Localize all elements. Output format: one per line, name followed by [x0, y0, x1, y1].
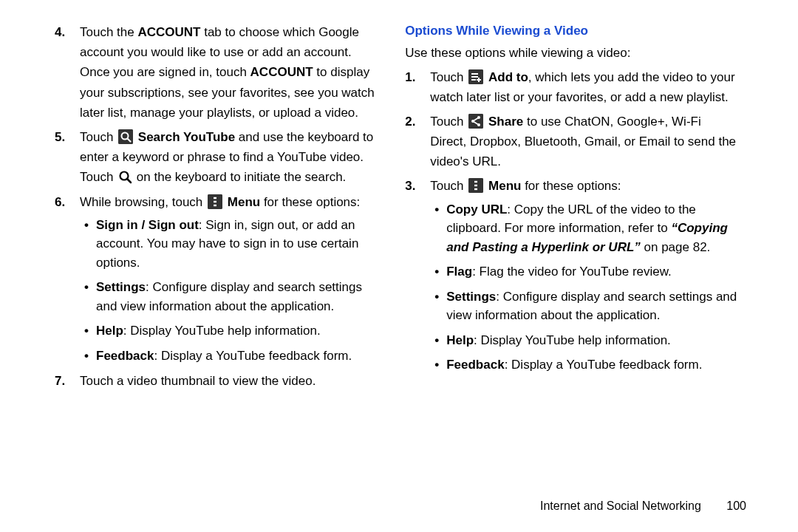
list-body: Touch Search YouTube and use the keyboar… — [80, 130, 373, 184]
bullet-item: Feedback: Display a YouTube feedback for… — [84, 347, 384, 366]
svg-rect-8 — [214, 204, 216, 205]
svg-rect-12 — [471, 79, 476, 81]
svg-rect-14 — [477, 79, 481, 81]
add-to-icon — [468, 69, 483, 84]
list-body: Touch Share to use ChatON, Google+, Wi-F… — [430, 115, 736, 168]
svg-rect-23 — [474, 185, 477, 186]
page-footer: Internet and Social Networking 100 — [540, 499, 746, 513]
text-run: : Display a YouTube feedback form. — [154, 349, 352, 363]
left-numbered-list: 4.Touch the ACCOUNT tab to choose which … — [55, 22, 384, 391]
text-run: : Display a YouTube feedback form. — [505, 358, 703, 372]
search-box-icon — [118, 129, 133, 144]
text-run: Settings — [96, 280, 146, 294]
list-marker: 1. — [405, 67, 415, 87]
text-run: Feedback — [446, 358, 504, 372]
text-run: on page 82. — [641, 240, 711, 254]
text-run: Menu — [488, 179, 521, 193]
list-body: Touch Add to, which lets you add the vid… — [430, 70, 734, 104]
svg-rect-24 — [474, 188, 477, 190]
bullet-item: Flag: Flag the video for YouTube review. — [434, 262, 739, 282]
list-item: 3.Touch Menu for these options:Copy URL:… — [405, 176, 739, 374]
text-run: Feedback — [96, 349, 154, 363]
text-run: ACCOUNT — [250, 65, 313, 79]
bullet-list: Sign in / Sign out: Sign in, sign out, o… — [80, 216, 384, 366]
bullet-item: Help: Display YouTube help information. — [434, 331, 739, 350]
bullet-list: Copy URL: Copy the URL of the video to t… — [430, 200, 739, 375]
text-run: Add to — [488, 70, 528, 84]
list-body: Touch a video thumbnail to view the vide… — [80, 374, 316, 388]
list-body: While browsing, touch Menu for these opt… — [80, 195, 360, 209]
svg-rect-11 — [471, 76, 478, 78]
svg-rect-6 — [214, 197, 216, 198]
list-body: Touch Menu for these options: — [430, 179, 621, 193]
footer-section: Internet and Social Networking — [540, 499, 701, 512]
text-run: Touch — [430, 115, 467, 129]
page: 4.Touch the ACCOUNT tab to choose which … — [0, 0, 798, 532]
list-item: 5.Touch Search YouTube and use the keybo… — [55, 127, 384, 188]
text-run: Touch — [430, 70, 467, 84]
list-marker: 5. — [55, 127, 65, 147]
text-run: : Display YouTube help information. — [123, 324, 321, 338]
right-column: Options While Viewing a Video Use these … — [392, 22, 746, 525]
text-run: Sign in / Sign out — [96, 218, 199, 232]
svg-rect-15 — [468, 114, 483, 129]
bullet-item: Feedback: Display a YouTube feedback for… — [434, 355, 739, 375]
text-run: Settings — [446, 290, 496, 304]
text-run: : Flag the video for YouTube review. — [472, 265, 672, 279]
search-icon — [118, 170, 132, 183]
text-run: Touch a video thumbnail to view the vide… — [80, 374, 316, 388]
text-run: for these options: — [521, 179, 621, 193]
list-marker: 3. — [405, 176, 415, 196]
text-run: Share — [488, 115, 523, 129]
bullet-item: Help: Display YouTube help information. — [84, 321, 384, 341]
svg-line-4 — [127, 179, 131, 183]
text-run: Touch — [430, 179, 467, 193]
text-run: Menu — [228, 195, 260, 209]
footer-page-number: 100 — [726, 499, 746, 513]
text-run: Touch the — [80, 25, 137, 39]
svg-rect-22 — [474, 181, 477, 183]
menu-icon — [468, 178, 483, 193]
list-item: 4.Touch the ACCOUNT tab to choose which … — [55, 22, 384, 123]
section-intro: Use these options while viewing a video: — [405, 44, 739, 63]
bullet-item: Sign in / Sign out: Sign in, sign out, o… — [84, 216, 384, 273]
text-run: Touch — [80, 130, 117, 144]
list-item: 7.Touch a video thumbnail to view the vi… — [55, 371, 384, 391]
text-run: Copy URL — [446, 202, 507, 216]
text-run: Help — [96, 324, 123, 338]
list-body: Touch the ACCOUNT tab to choose which Go… — [80, 25, 375, 120]
right-numbered-list: 1.Touch Add to, which lets you add the v… — [405, 67, 739, 375]
text-run: Search YouTube — [138, 130, 235, 144]
list-item: 6.While browsing, touch Menu for these o… — [55, 192, 384, 366]
bullet-item: Copy URL: Copy the URL of the video to t… — [434, 200, 739, 257]
share-icon — [468, 114, 483, 129]
bullet-item: Settings: Configure display and search s… — [84, 278, 384, 316]
list-item: 1.Touch Add to, which lets you add the v… — [405, 67, 739, 107]
bullet-item: Settings: Configure display and search s… — [434, 287, 739, 325]
text-run: : Display YouTube help information. — [474, 333, 671, 347]
section-heading: Options While Viewing a Video — [405, 24, 739, 38]
text-run: for these options: — [260, 195, 360, 209]
text-run: Flag — [446, 265, 472, 279]
svg-rect-10 — [471, 73, 478, 75]
left-column: 4.Touch the ACCOUNT tab to choose which … — [37, 22, 392, 525]
text-run: Help — [446, 333, 474, 347]
text-run: While browsing, touch — [80, 195, 206, 209]
text-run: on the keyboard to initiate the search. — [133, 170, 346, 184]
list-marker: 6. — [55, 192, 65, 212]
list-marker: 4. — [55, 22, 65, 42]
list-marker: 2. — [405, 112, 415, 132]
list-item: 2.Touch Share to use ChatON, Google+, Wi… — [405, 112, 739, 172]
text-run: ACCOUNT — [137, 25, 200, 39]
list-marker: 7. — [55, 371, 65, 391]
menu-icon — [208, 194, 222, 209]
svg-rect-7 — [214, 200, 216, 202]
